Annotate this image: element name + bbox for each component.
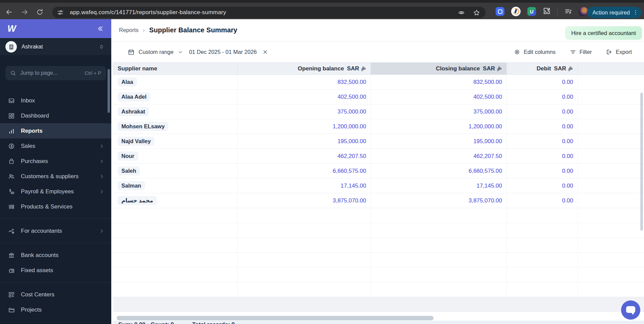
back-icon[interactable] xyxy=(5,8,13,16)
sidebar-item-for-accountants[interactable]: For accountants xyxy=(0,223,111,238)
debit-cell[interactable]: 0.00 xyxy=(507,193,578,208)
sidebar-item-fixed-assets[interactable]: Fixed assets xyxy=(0,263,111,278)
debit-cell[interactable]: 0.00 xyxy=(507,119,578,134)
table-row[interactable]: محمد حسام 3,875,070.00 3,875,070.00 0.00 xyxy=(113,193,644,208)
opening-balance-cell[interactable]: 402,500.00 xyxy=(238,90,371,104)
supplier-name-cell[interactable]: Ashrakat xyxy=(113,104,238,119)
closing-balance-cell[interactable]: 6,660,575.00 xyxy=(371,164,507,178)
opening-balance-cell[interactable]: 3,875,070.00 xyxy=(238,193,371,208)
debit-cell[interactable]: 0.00 xyxy=(507,104,578,119)
supplier-name-cell[interactable]: Alaa xyxy=(113,75,238,89)
browser-menu-kebab-icon[interactable] xyxy=(633,9,639,15)
filter-button[interactable]: Filter xyxy=(570,49,592,55)
opening-balance-cell[interactable]: 462,207.50 xyxy=(238,149,371,163)
closing-balance-cell[interactable]: 17,145.00 xyxy=(371,179,507,193)
sidebar-logo-bar: W xyxy=(0,19,111,38)
sidebar-item-payroll-employees[interactable]: Payroll & Employees xyxy=(0,184,111,199)
address-bar[interactable]: app.wafeq.com/c/141771/reports/supplier-… xyxy=(52,7,486,18)
extensions-puzzle-icon[interactable] xyxy=(543,7,551,16)
supplier-name-cell[interactable]: Nour xyxy=(113,149,238,163)
closing-balance-cell[interactable]: 832,500.00 xyxy=(371,75,507,89)
range-type-label[interactable]: Custom range xyxy=(139,49,174,55)
sidebar-item-dashboard[interactable]: Dashboard xyxy=(0,108,111,123)
date-range-filter[interactable]: Custom range 01 Dec 2025 - 01 Mar 2026 xyxy=(128,42,268,62)
column-header-supplier-name[interactable]: Supplier name xyxy=(113,63,238,74)
sidebar-collapse-icon[interactable] xyxy=(96,25,104,32)
debit-cell[interactable]: 0.00 xyxy=(507,164,578,178)
sidebar-scrollbar-thumb[interactable] xyxy=(108,69,110,113)
preview-eye-icon[interactable] xyxy=(458,9,465,16)
site-info-icon[interactable] xyxy=(57,9,64,16)
reading-list-icon[interactable] xyxy=(564,8,572,15)
opening-balance-cell[interactable]: 6,660,575.00 xyxy=(238,164,371,178)
extension-green-icon[interactable]: U xyxy=(527,7,536,16)
table-row[interactable]: Nour 462,207.50 462,207.50 0.00 xyxy=(113,149,644,164)
column-header-debit[interactable]: Debit SAR xyxy=(506,63,578,74)
supplier-name-cell[interactable]: Najd Valley xyxy=(113,134,238,149)
closing-balance-cell[interactable]: 402,500.00 xyxy=(371,90,507,104)
debit-cell[interactable]: 0.00 xyxy=(507,134,578,149)
export-button[interactable]: Export xyxy=(606,49,632,55)
debit-cell[interactable]: 0.00 xyxy=(507,75,578,89)
opening-balance-cell[interactable]: 832,500.00 xyxy=(238,75,371,89)
sar-currency-icon xyxy=(568,66,573,71)
sidebar-item-projects[interactable]: Projects xyxy=(0,302,111,317)
sidebar-item-products-services[interactable]: Products & Services xyxy=(0,199,111,214)
closing-balance-cell[interactable]: 195,000.00 xyxy=(371,134,507,149)
sidebar-item-cost-centers[interactable]: Cost Centers xyxy=(0,287,111,302)
sidebar-item-sales[interactable]: Sales xyxy=(0,138,111,154)
table-row[interactable]: Najd Valley 195,000.00 195,000.00 0.00 xyxy=(113,134,644,149)
extension-circle-icon[interactable] xyxy=(511,7,521,16)
sidebar-item-purchases[interactable]: Purchases xyxy=(0,154,111,169)
closing-balance-cell[interactable]: 462,207.50 xyxy=(371,149,507,163)
supplier-name-cell[interactable]: Mohsen ELsawy xyxy=(113,119,238,134)
extension-blue-icon[interactable] xyxy=(496,7,504,16)
url-text[interactable]: app.wafeq.com/c/141771/reports/supplier-… xyxy=(70,9,458,16)
closing-balance-cell[interactable]: 3,875,070.00 xyxy=(371,193,507,208)
bookmark-star-icon[interactable] xyxy=(473,9,480,16)
sidebar-item-bank-accounts[interactable]: Bank accounts xyxy=(0,248,111,263)
action-required-button[interactable]: Action required xyxy=(587,7,641,18)
supplier-name-cell[interactable]: Salman xyxy=(113,179,238,193)
debit-cell[interactable]: 0.00 xyxy=(507,90,578,104)
clear-range-icon[interactable] xyxy=(262,49,268,55)
table-row[interactable]: Alaa 832,500.00 832,500.00 0.00 xyxy=(113,75,644,90)
opening-balance-cell[interactable]: 195,000.00 xyxy=(238,134,371,149)
sidebar-item-inbox[interactable]: Inbox xyxy=(0,93,111,108)
jump-to-page-search[interactable]: Jump to page... Ctrl + P xyxy=(5,66,106,80)
supplier-name-cell[interactable]: Alaa Adel xyxy=(113,90,238,104)
opening-balance-cell[interactable]: 1,200,000.00 xyxy=(238,119,371,134)
closing-balance-cell[interactable]: 375,000.00 xyxy=(371,104,507,119)
chat-launcher-button[interactable] xyxy=(621,300,640,320)
company-selector[interactable]: Ashrakat xyxy=(0,38,111,56)
supplier-name-cell[interactable]: محمد حسام xyxy=(113,193,238,208)
table-row[interactable]: Salman 17,145.00 17,145.00 0.00 xyxy=(113,179,644,193)
forward-icon[interactable] xyxy=(21,8,28,16)
opening-balance-cell[interactable]: 17,145.00 xyxy=(238,179,371,193)
opening-balance-cell[interactable]: 375,000.00 xyxy=(238,104,371,119)
export-label: Export xyxy=(616,49,632,55)
hire-accountant-button[interactable]: Hire a certified accountant xyxy=(565,26,642,40)
column-header-closing-balance[interactable]: Closing balance SAR xyxy=(371,63,507,74)
sidebar-item-reports[interactable]: Reports xyxy=(0,123,111,138)
table-row[interactable]: Ashrakat 375,000.00 375,000.00 0.00 xyxy=(113,104,644,119)
table-row[interactable]: Saleh 6,660,575.00 6,660,575.00 0.00 xyxy=(113,164,644,179)
calendar-icon xyxy=(128,49,135,56)
vertical-scrollbar-thumb[interactable] xyxy=(640,93,643,231)
chevron-down-icon[interactable] xyxy=(178,50,183,55)
debit-cell[interactable]: 0.00 xyxy=(507,149,578,163)
edit-columns-button[interactable]: Edit columns xyxy=(514,49,555,55)
breadcrumb-reports-link[interactable]: Reports xyxy=(119,27,139,33)
closing-balance-cell[interactable]: 1,200,000.00 xyxy=(371,119,507,134)
supplier-name-cell[interactable]: Saleh xyxy=(113,164,238,178)
browser-profile-avatar[interactable] xyxy=(579,7,588,16)
reload-icon[interactable] xyxy=(36,8,43,16)
horizontal-scrollbar-thumb[interactable] xyxy=(117,316,434,320)
table-row[interactable]: Mohsen ELsawy 1,200,000.00 1,200,000.00 … xyxy=(113,119,644,134)
company-switch-icon[interactable] xyxy=(98,44,105,50)
table-row[interactable]: Alaa Adel 402,500.00 402,500.00 0.00 xyxy=(113,90,644,104)
column-header-opening-balance[interactable]: Opening balance SAR xyxy=(237,63,371,74)
range-value[interactable]: 01 Dec 2025 - 01 Mar 2026 xyxy=(189,49,257,55)
debit-cell[interactable]: 0.00 xyxy=(507,179,578,193)
sidebar-item-customers-suppliers[interactable]: Customers & suppliers xyxy=(0,169,111,184)
